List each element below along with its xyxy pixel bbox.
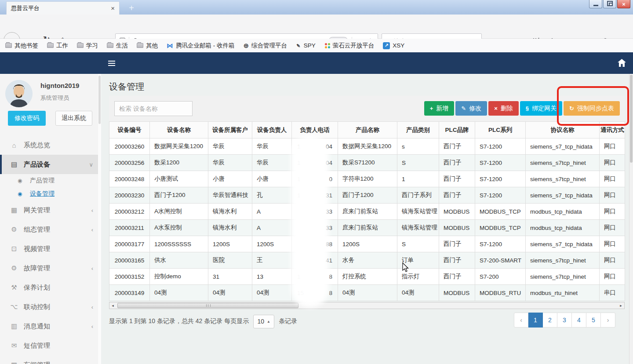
- table-cell: 网口: [600, 236, 625, 252]
- logout-button[interactable]: 退出系统: [55, 111, 92, 126]
- sidebar-scrollbar[interactable]: [98, 74, 101, 364]
- sidebar-item-3[interactable]: ⚙组态管理‹: [0, 220, 101, 239]
- table-cell: 31: [208, 269, 252, 285]
- tab-close-icon[interactable]: ×: [111, 4, 115, 12]
- table-row[interactable]: 200003212A水闸控制镇海水利A33庶来门前泵站镇海泵站管理MODBUSM…: [109, 204, 625, 220]
- minimize-button[interactable]: [589, 0, 602, 8]
- toolbar-button-修改[interactable]: ✎修改: [455, 101, 487, 116]
- table-row[interactable]: 200003211A水泵控制镇海水利A33庶来门前泵站镇海泵站管理MODBUSM…: [109, 220, 625, 236]
- table-cell: 西门子: [439, 269, 475, 285]
- table-cell: 200003177: [109, 236, 150, 252]
- sidebar-item-5[interactable]: ⚙故障管理‹: [0, 258, 101, 278]
- table-cell: 王: [252, 252, 292, 269]
- bookmark-label: 工作: [56, 42, 68, 50]
- table-row[interactable]: 200003230西门子1200华辰智通科技孔131西门子1200西门子系列西门…: [109, 187, 625, 204]
- sidebar-item-9[interactable]: ✉短信管理: [0, 336, 101, 355]
- horizontal-scrollbar[interactable]: ◂ ▸: [109, 302, 625, 309]
- bookmark-item[interactable]: ↗XSY: [383, 42, 404, 49]
- table-cell: MODBUS_TCP: [475, 220, 526, 236]
- chevron-left-icon: ‹: [91, 207, 93, 214]
- table-cell: 字符串1200: [338, 171, 397, 187]
- sidebar-subitem[interactable]: ◉设备管理: [0, 187, 101, 200]
- table-cell: S7-1200: [475, 138, 526, 155]
- bookmark-item[interactable]: ⋈腾讯企业邮箱 - 收件箱: [167, 42, 235, 50]
- screen: { "browser": { "tab_title": "思普云平台", "ta…: [0, 0, 633, 364]
- page-scrollbar[interactable]: [629, 74, 633, 364]
- sidebar-item-8[interactable]: ▥消息通知‹: [0, 317, 101, 336]
- scroll-left-icon[interactable]: ◂: [109, 303, 116, 308]
- table-cell: siemens_s7tcp_hinet: [526, 171, 600, 187]
- table-row[interactable]: 20000314904测04测04测15804测04测MODBUSMODBUS_…: [109, 285, 625, 301]
- page-5[interactable]: 5: [586, 313, 601, 328]
- new-tab-button[interactable]: +: [125, 2, 138, 14]
- sidebar-item-4[interactable]: ⊡视频管理: [0, 239, 101, 258]
- app-home-icon[interactable]: [618, 59, 626, 69]
- close-button[interactable]: ×: [617, 0, 630, 8]
- table-cell: 华辰: [252, 138, 292, 155]
- sidebar-item-10[interactable]: ▦车间管理: [0, 355, 101, 364]
- bookmark-item[interactable]: 学习: [77, 42, 98, 50]
- table-cell: A: [252, 220, 292, 236]
- folder-icon: [107, 43, 113, 48]
- table-cell: 镇海泵站管理: [397, 220, 439, 236]
- chevron-left-icon: ‹: [91, 323, 93, 330]
- sidebar-item-1[interactable]: ▤产品设备∨: [0, 155, 101, 174]
- page-next[interactable]: ›: [601, 313, 615, 328]
- table-row[interactable]: 2000031771200SSSSSS1200S1200S881200SS西门子…: [109, 236, 625, 252]
- browser-tab[interactable]: 思普云平台 ×: [6, 1, 120, 15]
- bookmark-item[interactable]: ✒SPY: [296, 42, 316, 49]
- page-1[interactable]: 1: [528, 313, 543, 328]
- bookmark-item[interactable]: 工作: [47, 42, 68, 50]
- table-cell: 04测: [338, 285, 397, 301]
- table-row[interactable]: 200003152控制demo311318灯控系统指示灯西门子S7-200sie…: [109, 269, 625, 285]
- caret-up-icon: ▲: [267, 320, 270, 324]
- table-row[interactable]: 200003260数据网关采集1200华辰华辰104数据网关采集1200s西门子…: [109, 138, 625, 155]
- bookmark-item[interactable]: 其他书签: [5, 42, 38, 50]
- table-footer: 显示第 1 到第 10 条记录，总共 42 条记录 每页显示 10 ▲ 条记录: [109, 313, 297, 330]
- table-cell: 数采S71200: [338, 155, 397, 171]
- book-icon: ▤: [10, 160, 18, 168]
- table-cell: S7-200: [475, 269, 526, 285]
- menu-home-icon: ⌂: [10, 142, 18, 149]
- toolbar-button-删除[interactable]: ×删除: [488, 101, 519, 116]
- page-3[interactable]: 3: [557, 313, 572, 328]
- table-row[interactable]: 200003248小唐测试小唐小唐10字符串12001西门子S7-1200sie…: [109, 171, 625, 187]
- table-cell: 网口: [600, 269, 625, 285]
- page-4[interactable]: 4: [572, 313, 586, 328]
- sidebar-item-2[interactable]: ▦网关管理‹: [0, 200, 101, 220]
- toolbar-button-新增[interactable]: +新增: [424, 101, 455, 116]
- sidebar-item-6[interactable]: ⚒保养计划: [0, 278, 101, 297]
- button-label: 新增: [436, 105, 448, 113]
- toolbar-button-强制同步点表[interactable]: ↻强制同步点表: [564, 101, 620, 116]
- table-cell: S: [397, 236, 439, 252]
- bookmark-item[interactable]: ⊕综合管理平台: [244, 42, 287, 50]
- folder-icon: [77, 43, 84, 48]
- change-password-button[interactable]: 修改密码: [8, 111, 46, 126]
- table-cell: S7-1200: [475, 236, 526, 252]
- device-search-input[interactable]: [114, 101, 193, 116]
- table-cell: 订单: [397, 252, 439, 269]
- scrollbar-thumb[interactable]: [117, 303, 298, 308]
- bookmark-item[interactable]: 萤石云开放平台: [324, 42, 375, 50]
- sidebar-item-0[interactable]: ⌂系统总览: [0, 135, 101, 155]
- sidebar-subitem[interactable]: ◉产品管理: [0, 174, 101, 187]
- restore-button[interactable]: [603, 0, 616, 8]
- table-row[interactable]: 200003165供水医院王41水务订单西门子S7-200-SMARTsieme…: [109, 252, 625, 269]
- toolbar-button-绑定网关[interactable]: §绑定网关: [520, 101, 562, 116]
- page-prev[interactable]: ‹: [514, 313, 528, 328]
- page-2[interactable]: 2: [543, 313, 557, 328]
- per-page-select[interactable]: 10 ▲: [253, 315, 274, 328]
- bookmark-item[interactable]: 其他: [137, 42, 158, 50]
- table-cell: 供水: [150, 252, 208, 269]
- bookmark-label: XSY: [393, 42, 404, 49]
- sidebar-toggle-icon[interactable]: [108, 61, 115, 66]
- scroll-right-icon[interactable]: ▸: [618, 303, 624, 308]
- table-cell: 数采1200: [150, 155, 208, 171]
- folder-icon: [137, 43, 143, 48]
- sidebar-item-label: 系统总览: [24, 141, 50, 149]
- table-cell: S7-1200: [475, 187, 526, 204]
- column-header: 产品类别: [397, 122, 439, 138]
- sidebar-item-7[interactable]: ⌥联动控制‹: [0, 297, 101, 317]
- table-row[interactable]: 200003256数采1200华辰华辰104数采S71200S西门子S7-120…: [109, 155, 625, 171]
- bookmark-item[interactable]: 生活: [107, 42, 128, 50]
